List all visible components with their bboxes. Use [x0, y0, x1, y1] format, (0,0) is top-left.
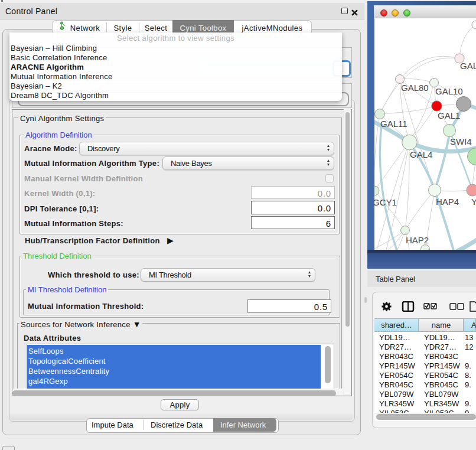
- svg-text:SWI4: SWI4: [450, 136, 472, 146]
- svg-text:GAL11: GAL11: [380, 119, 407, 129]
- svg-text:GAL10: GAL10: [435, 86, 463, 96]
- svg-text:GCY1: GCY1: [374, 197, 397, 207]
- svg-text:HAP2: HAP2: [406, 235, 429, 245]
- svg-text:GAL80: GAL80: [401, 83, 429, 93]
- svg-text:YB: YB: [471, 197, 476, 207]
- svg-text:HAP4: HAP4: [436, 197, 459, 207]
- svg-text:GAL1: GAL1: [438, 110, 460, 120]
- svg-text:GAL7: GAL7: [460, 61, 476, 71]
- svg-text:GAL4: GAL4: [410, 149, 432, 159]
